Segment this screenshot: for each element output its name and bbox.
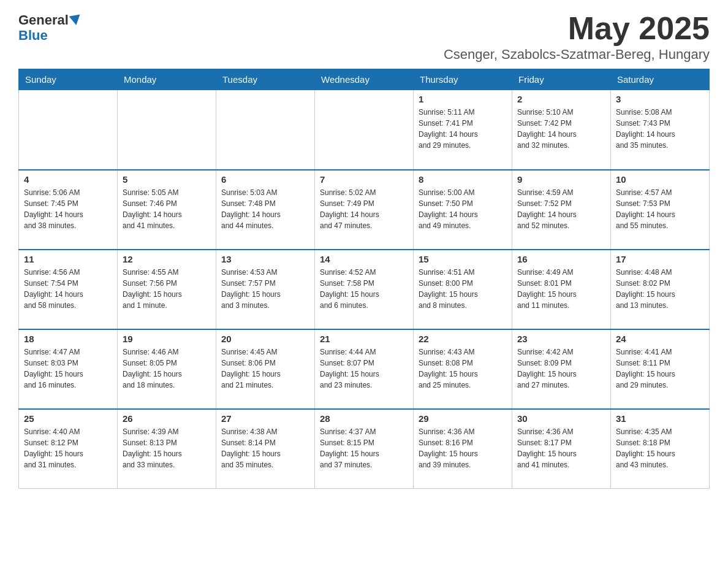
day-info: Sunrise: 5:00 AM Sunset: 7:50 PM Dayligh… — [419, 187, 507, 231]
day-info: Sunrise: 4:51 AM Sunset: 8:00 PM Dayligh… — [419, 267, 507, 311]
day-info: Sunrise: 4:57 AM Sunset: 7:53 PM Dayligh… — [616, 187, 704, 231]
day-number: 8 — [419, 174, 507, 185]
calendar-cell: 3Sunrise: 5:08 AM Sunset: 7:43 PM Daylig… — [611, 90, 710, 170]
calendar-cell: 27Sunrise: 4:38 AM Sunset: 8:14 PM Dayli… — [216, 409, 315, 489]
day-number: 28 — [320, 413, 408, 424]
day-number: 1 — [419, 94, 507, 104]
day-number: 2 — [517, 94, 605, 104]
calendar-cell: 20Sunrise: 4:45 AM Sunset: 8:06 PM Dayli… — [216, 329, 315, 409]
title-block: May 2025 Csenger, Szabolcs-Szatmar-Bereg… — [444, 12, 710, 63]
day-info: Sunrise: 5:10 AM Sunset: 7:42 PM Dayligh… — [517, 107, 605, 151]
day-info: Sunrise: 5:03 AM Sunset: 7:48 PM Dayligh… — [221, 187, 309, 231]
day-number: 27 — [221, 413, 309, 424]
calendar-cell: 11Sunrise: 4:56 AM Sunset: 7:54 PM Dayli… — [19, 250, 118, 329]
day-info: Sunrise: 4:37 AM Sunset: 8:15 PM Dayligh… — [320, 426, 408, 470]
calendar-cell: 12Sunrise: 4:55 AM Sunset: 7:56 PM Dayli… — [118, 250, 216, 329]
day-number: 19 — [123, 334, 211, 344]
day-info: Sunrise: 4:38 AM Sunset: 8:14 PM Dayligh… — [221, 426, 309, 470]
day-number: 9 — [517, 174, 605, 185]
day-info: Sunrise: 4:52 AM Sunset: 7:58 PM Dayligh… — [320, 267, 408, 311]
calendar-cell: 8Sunrise: 5:00 AM Sunset: 7:50 PM Daylig… — [414, 170, 512, 250]
calendar-week-row: 1Sunrise: 5:11 AM Sunset: 7:41 PM Daylig… — [19, 90, 710, 170]
day-info: Sunrise: 4:36 AM Sunset: 8:17 PM Dayligh… — [517, 426, 605, 470]
day-info: Sunrise: 4:46 AM Sunset: 8:05 PM Dayligh… — [123, 347, 211, 391]
calendar-cell — [19, 90, 118, 170]
calendar-cell: 14Sunrise: 4:52 AM Sunset: 7:58 PM Dayli… — [315, 250, 414, 329]
calendar-cell: 5Sunrise: 5:05 AM Sunset: 7:46 PM Daylig… — [118, 170, 216, 250]
day-info: Sunrise: 4:55 AM Sunset: 7:56 PM Dayligh… — [123, 267, 211, 311]
day-info: Sunrise: 5:08 AM Sunset: 7:43 PM Dayligh… — [616, 107, 704, 151]
day-info: Sunrise: 4:42 AM Sunset: 8:09 PM Dayligh… — [517, 347, 605, 391]
calendar-cell — [315, 90, 414, 170]
day-of-week-header: Sunday — [19, 69, 118, 90]
calendar-cell: 2Sunrise: 5:10 AM Sunset: 7:42 PM Daylig… — [512, 90, 611, 170]
day-of-week-header: Friday — [512, 69, 611, 90]
day-number: 31 — [616, 413, 704, 424]
day-info: Sunrise: 4:40 AM Sunset: 8:12 PM Dayligh… — [24, 426, 112, 470]
day-number: 23 — [517, 334, 605, 344]
calendar-cell: 21Sunrise: 4:44 AM Sunset: 8:07 PM Dayli… — [315, 329, 414, 409]
day-number: 29 — [419, 413, 507, 424]
day-number: 24 — [616, 334, 704, 344]
day-info: Sunrise: 5:02 AM Sunset: 7:49 PM Dayligh… — [320, 187, 408, 231]
logo-blue-text: Blue — [18, 28, 81, 43]
day-of-week-header: Thursday — [414, 69, 512, 90]
day-number: 7 — [320, 174, 408, 185]
day-of-week-header: Monday — [118, 69, 216, 90]
day-of-week-header: Saturday — [611, 69, 710, 90]
calendar-cell: 28Sunrise: 4:37 AM Sunset: 8:15 PM Dayli… — [315, 409, 414, 489]
day-number: 17 — [616, 254, 704, 264]
day-info: Sunrise: 5:06 AM Sunset: 7:45 PM Dayligh… — [24, 187, 112, 231]
calendar-cell: 25Sunrise: 4:40 AM Sunset: 8:12 PM Dayli… — [19, 409, 118, 489]
calendar-table: SundayMondayTuesdayWednesdayThursdayFrid… — [18, 69, 710, 489]
calendar-cell: 23Sunrise: 4:42 AM Sunset: 8:09 PM Dayli… — [512, 329, 611, 409]
month-title: May 2025 — [444, 12, 710, 44]
day-info: Sunrise: 4:56 AM Sunset: 7:54 PM Dayligh… — [24, 267, 112, 311]
day-number: 4 — [24, 174, 112, 185]
day-number: 26 — [123, 413, 211, 424]
page-header: General Blue May 2025 Csenger, Szabolcs-… — [18, 12, 710, 63]
day-info: Sunrise: 4:53 AM Sunset: 7:57 PM Dayligh… — [221, 267, 309, 311]
calendar-cell: 13Sunrise: 4:53 AM Sunset: 7:57 PM Dayli… — [216, 250, 315, 329]
calendar-cell: 15Sunrise: 4:51 AM Sunset: 8:00 PM Dayli… — [414, 250, 512, 329]
logo-triangle-icon — [69, 14, 82, 26]
day-number: 16 — [517, 254, 605, 264]
calendar-week-row: 4Sunrise: 5:06 AM Sunset: 7:45 PM Daylig… — [19, 170, 710, 250]
calendar-cell: 10Sunrise: 4:57 AM Sunset: 7:53 PM Dayli… — [611, 170, 710, 250]
day-of-week-header: Tuesday — [216, 69, 315, 90]
calendar-week-row: 25Sunrise: 4:40 AM Sunset: 8:12 PM Dayli… — [19, 409, 710, 489]
day-info: Sunrise: 4:48 AM Sunset: 8:02 PM Dayligh… — [616, 267, 704, 311]
day-info: Sunrise: 4:35 AM Sunset: 8:18 PM Dayligh… — [616, 426, 704, 470]
day-of-week-header: Wednesday — [315, 69, 414, 90]
day-info: Sunrise: 4:43 AM Sunset: 8:08 PM Dayligh… — [419, 347, 507, 391]
calendar-cell: 29Sunrise: 4:36 AM Sunset: 8:16 PM Dayli… — [414, 409, 512, 489]
calendar-cell: 30Sunrise: 4:36 AM Sunset: 8:17 PM Dayli… — [512, 409, 611, 489]
day-number: 21 — [320, 334, 408, 344]
day-info: Sunrise: 4:49 AM Sunset: 8:01 PM Dayligh… — [517, 267, 605, 311]
day-number: 18 — [24, 334, 112, 344]
calendar-cell: 17Sunrise: 4:48 AM Sunset: 8:02 PM Dayli… — [611, 250, 710, 329]
calendar-cell — [118, 90, 216, 170]
day-number: 30 — [517, 413, 605, 424]
day-number: 5 — [123, 174, 211, 185]
calendar-cell: 26Sunrise: 4:39 AM Sunset: 8:13 PM Dayli… — [118, 409, 216, 489]
day-info: Sunrise: 5:11 AM Sunset: 7:41 PM Dayligh… — [419, 107, 507, 151]
day-number: 20 — [221, 334, 309, 344]
day-info: Sunrise: 4:41 AM Sunset: 8:11 PM Dayligh… — [616, 347, 704, 391]
logo-general-text: General — [18, 12, 69, 28]
calendar-cell: 22Sunrise: 4:43 AM Sunset: 8:08 PM Dayli… — [414, 329, 512, 409]
calendar-cell: 16Sunrise: 4:49 AM Sunset: 8:01 PM Dayli… — [512, 250, 611, 329]
calendar-cell — [216, 90, 315, 170]
day-info: Sunrise: 5:05 AM Sunset: 7:46 PM Dayligh… — [123, 187, 211, 231]
day-number: 15 — [419, 254, 507, 264]
calendar-cell: 4Sunrise: 5:06 AM Sunset: 7:45 PM Daylig… — [19, 170, 118, 250]
calendar-cell: 9Sunrise: 4:59 AM Sunset: 7:52 PM Daylig… — [512, 170, 611, 250]
calendar-cell: 1Sunrise: 5:11 AM Sunset: 7:41 PM Daylig… — [414, 90, 512, 170]
day-info: Sunrise: 4:59 AM Sunset: 7:52 PM Dayligh… — [517, 187, 605, 231]
day-number: 11 — [24, 254, 112, 264]
calendar-header-row: SundayMondayTuesdayWednesdayThursdayFrid… — [19, 69, 710, 90]
day-number: 22 — [419, 334, 507, 344]
day-info: Sunrise: 4:44 AM Sunset: 8:07 PM Dayligh… — [320, 347, 408, 391]
location-subtitle: Csenger, Szabolcs-Szatmar-Bereg, Hungary — [444, 47, 710, 63]
calendar-cell: 18Sunrise: 4:47 AM Sunset: 8:03 PM Dayli… — [19, 329, 118, 409]
